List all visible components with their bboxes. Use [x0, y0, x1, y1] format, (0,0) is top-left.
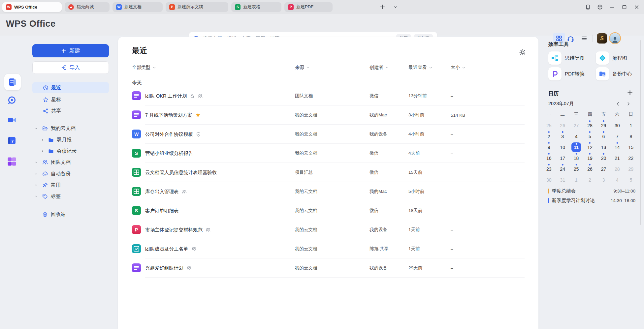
calendar-day[interactable]: 4	[610, 174, 624, 185]
file-row[interactable]: 云文档管人员信息统计表理器验收项目汇总微信15天前–	[132, 163, 525, 182]
app-tab[interactable]: W新建文档	[113, 2, 163, 12]
calendar-day[interactable]: 18	[569, 153, 583, 164]
filter-4[interactable]: 大小	[451, 63, 466, 72]
rail-item-video-meeting[interactable]	[0, 115, 24, 125]
calendar-day[interactable]: 30	[542, 174, 556, 185]
calendar-day[interactable]: 1	[624, 120, 638, 131]
caret-down-icon[interactable]	[34, 127, 38, 130]
filter-0[interactable]: 全部类型	[132, 63, 156, 72]
tool-backup-center[interactable]: 备份中心	[596, 67, 642, 80]
rail-item-apps-grid-purple[interactable]	[0, 157, 24, 166]
sidebar-item-recent[interactable]: 最近	[32, 82, 109, 93]
calendar-day[interactable]: 31	[556, 174, 569, 185]
calendar-day[interactable]: 10	[556, 142, 569, 153]
calendar-day[interactable]: 27	[597, 164, 610, 174]
sidebar-item-shared[interactable]: 共享	[32, 105, 109, 116]
app-tab[interactable]: P新建演示文稿	[166, 2, 228, 12]
sidebar-tree-item[interactable]: 标签	[32, 191, 109, 202]
calendar-day[interactable]: 7	[610, 131, 624, 142]
close-button[interactable]	[634, 4, 639, 10]
calendar-day[interactable]: 5	[624, 174, 638, 185]
sidebar-tree-item[interactable]: 团队文档	[32, 157, 109, 168]
workspace-box-button[interactable]	[597, 4, 603, 10]
calendar-day[interactable]: 24	[556, 164, 569, 174]
app-tab[interactable]: P新建PDF	[284, 2, 333, 12]
calendar-day[interactable]: 27	[569, 120, 583, 131]
file-row[interactable]: 团队成员及分工名单我的云文档陈旭 共享1天前–	[132, 239, 525, 258]
sidebar-item-starred[interactable]: 星标	[32, 94, 109, 105]
rail-item-contacts-chat[interactable]	[0, 96, 24, 105]
calendar-day[interactable]: 26	[583, 164, 596, 174]
calendar-day[interactable]: 16	[542, 153, 556, 164]
scrollbar-thumb[interactable]	[640, 40, 641, 225]
filter-2[interactable]: 创建者	[370, 63, 389, 72]
caret-right-icon[interactable]	[41, 138, 45, 142]
calendar-day[interactable]: 14	[610, 142, 624, 153]
file-row[interactable]: 库存出入管理表我的云文档我的Mac5小时前–	[132, 182, 525, 201]
calendar-day[interactable]: 22	[624, 153, 638, 164]
calendar-day[interactable]: 12	[583, 142, 596, 153]
tool-flowchart[interactable]: 流程图	[596, 51, 642, 65]
calendar-day[interactable]: 9	[542, 142, 556, 153]
calendar-day[interactable]: 4	[569, 131, 583, 142]
calendar-day[interactable]: 8	[624, 131, 638, 142]
maximize-button[interactable]	[622, 4, 627, 10]
calendar-day[interactable]: 21	[610, 153, 624, 164]
minimize-button[interactable]	[609, 4, 615, 10]
sidebar-tree-item[interactable]: 我的云文档	[32, 123, 109, 134]
calendar-day[interactable]: 29	[624, 164, 638, 174]
app-tab[interactable]: 稻壳商城	[65, 2, 110, 12]
caret-right-icon[interactable]	[34, 183, 38, 187]
caret-right-icon[interactable]	[41, 149, 45, 153]
tool-pdf-convert[interactable]: PDF转换	[548, 67, 595, 80]
app-tab[interactable]: WWPS Office	[2, 2, 62, 12]
calendar-day[interactable]: 30	[610, 120, 624, 131]
rail-item-documents[interactable]	[4, 74, 21, 90]
rail-item-calendar-7[interactable]: 7	[0, 136, 24, 145]
calendar-prev-icon[interactable]	[616, 102, 620, 106]
file-row[interactable]: 兴趣爱好组队计划我的云文档我的设备29天前–	[132, 258, 525, 278]
calendar-day[interactable]: 3	[597, 174, 610, 185]
sidebar-item-trash[interactable]: 回收站	[32, 209, 109, 220]
calendar-day[interactable]: 6	[597, 131, 610, 142]
calendar-event[interactable]: 新季度学习计划讨论14:30–16:00	[548, 196, 635, 205]
add-event-icon[interactable]	[627, 90, 633, 96]
app-tab[interactable]: S新建表格	[231, 2, 281, 12]
file-row[interactable]: S客户订单明细表我的云文档微信18天前–	[132, 201, 525, 220]
file-row[interactable]: 团队 OKR 工作计划团队文档微信13分钟前–	[132, 86, 525, 105]
tool-mindmap[interactable]: 思维导图	[548, 51, 595, 65]
calendar-day[interactable]: 15	[624, 142, 638, 153]
sidebar-tree-item[interactable]: 双月报	[32, 135, 109, 145]
calendar-day-selected[interactable]: 11	[569, 142, 583, 153]
calendar-day[interactable]: 28	[610, 164, 624, 174]
sidebar-tree-item[interactable]: 自动备份	[32, 168, 109, 179]
settings-gear-icon[interactable]	[519, 48, 525, 55]
calendar-day[interactable]: 2	[583, 174, 596, 185]
file-row[interactable]: P市场主体登记提交材料规范我的云文档我的设备1天前–	[132, 220, 525, 239]
calendar-day[interactable]: 29	[597, 120, 610, 131]
filter-1[interactable]: 来源	[295, 63, 310, 72]
file-row[interactable]: W公司对外合作协议模板我的云文档我的设备4小时前–	[132, 125, 525, 144]
caret-right-icon[interactable]	[34, 194, 38, 198]
calendar-event[interactable]: 季度总结会9:30–11:00	[548, 187, 635, 195]
sidebar-tree-item[interactable]: 常用	[32, 180, 109, 191]
new-tab-button[interactable]	[379, 4, 385, 10]
file-row[interactable]: 7 月线下活动策划方案我的云文档我的Mac3小时前514 KB	[132, 105, 525, 125]
calendar-day[interactable]: 13	[597, 142, 610, 153]
calendar-day[interactable]: 1	[569, 174, 583, 185]
calendar-day[interactable]: 3	[556, 131, 569, 142]
calendar-day[interactable]: 20	[597, 153, 610, 164]
calendar-day[interactable]: 2	[542, 131, 556, 142]
calendar-day[interactable]: 25	[542, 120, 556, 131]
calendar-day[interactable]: 26	[556, 120, 569, 131]
calendar-day[interactable]: 19	[583, 153, 596, 164]
file-row[interactable]: S营销小组业绩分析报告我的云文档微信4天前–	[132, 144, 525, 163]
calendar-day[interactable]: 23	[542, 164, 556, 174]
calendar-next-icon[interactable]	[626, 102, 631, 106]
filter-3[interactable]: 最近查看	[408, 63, 433, 72]
tablet-mode-button[interactable]	[585, 4, 591, 10]
caret-right-icon[interactable]	[34, 172, 38, 176]
calendar-day[interactable]: 28	[583, 120, 596, 131]
calendar-day[interactable]: 5	[583, 131, 596, 142]
calendar-day[interactable]: 25	[569, 164, 583, 174]
